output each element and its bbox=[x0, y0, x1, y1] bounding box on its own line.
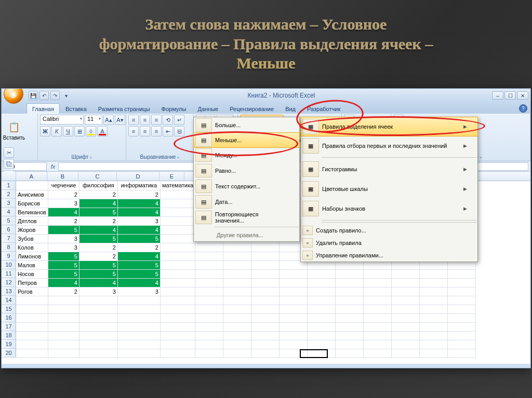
cell[interactable] bbox=[16, 313, 48, 322]
cell[interactable] bbox=[364, 287, 392, 296]
cell[interactable]: 4 bbox=[79, 278, 117, 287]
close-button[interactable]: ✕ bbox=[517, 91, 528, 100]
cell[interactable] bbox=[251, 340, 280, 349]
row-header[interactable]: 2 bbox=[2, 190, 16, 199]
cell[interactable] bbox=[160, 331, 195, 340]
cell[interactable] bbox=[160, 260, 195, 269]
cell[interactable] bbox=[251, 287, 280, 296]
cell[interactable] bbox=[336, 313, 364, 322]
cell[interactable] bbox=[117, 349, 160, 358]
cell[interactable] bbox=[48, 322, 79, 331]
cell[interactable] bbox=[392, 313, 420, 322]
col-header[interactable]: C bbox=[78, 172, 117, 181]
cell[interactable] bbox=[195, 322, 223, 331]
cell[interactable] bbox=[364, 305, 392, 313]
cell[interactable]: 3 bbox=[117, 287, 160, 296]
cell[interactable] bbox=[308, 287, 336, 296]
cell[interactable] bbox=[420, 269, 448, 278]
tab-Формулы[interactable]: Формулы bbox=[156, 103, 192, 114]
cell[interactable]: Носов bbox=[16, 269, 48, 278]
cell[interactable] bbox=[448, 296, 476, 305]
cell[interactable] bbox=[160, 208, 195, 216]
cell[interactable] bbox=[308, 296, 336, 305]
cell[interactable] bbox=[392, 340, 420, 349]
cell[interactable] bbox=[16, 322, 48, 331]
cell[interactable] bbox=[16, 340, 48, 349]
cell[interactable] bbox=[448, 269, 476, 278]
cell[interactable] bbox=[251, 322, 280, 331]
cell[interactable] bbox=[195, 313, 223, 322]
minimize-button[interactable]: – bbox=[492, 91, 503, 100]
cell[interactable] bbox=[223, 243, 251, 252]
grow-font-icon[interactable]: A▴ bbox=[103, 115, 114, 125]
cell[interactable] bbox=[364, 269, 392, 278]
cell[interactable]: 3 bbox=[48, 243, 79, 252]
cell[interactable] bbox=[280, 269, 308, 278]
cell[interactable] bbox=[195, 349, 223, 358]
align-left-icon[interactable]: ≡ bbox=[128, 126, 139, 136]
cell[interactable] bbox=[251, 260, 280, 269]
cell[interactable] bbox=[420, 305, 448, 313]
office-button[interactable]: ◉ bbox=[4, 88, 23, 104]
cell[interactable] bbox=[79, 340, 117, 349]
cell[interactable]: Зубов bbox=[16, 234, 48, 243]
cell[interactable] bbox=[364, 278, 392, 287]
col-header[interactable]: D bbox=[117, 172, 159, 181]
cell[interactable] bbox=[308, 349, 336, 358]
cell[interactable] bbox=[223, 313, 251, 322]
menu-item[interactable]: ▫Создать правило... bbox=[301, 224, 477, 237]
cell[interactable]: 2 bbox=[79, 216, 117, 225]
cell[interactable] bbox=[280, 296, 308, 305]
cell[interactable] bbox=[251, 269, 280, 278]
cell[interactable] bbox=[48, 305, 79, 313]
cell[interactable] bbox=[223, 269, 251, 278]
cell[interactable]: 4 bbox=[48, 208, 79, 216]
cell[interactable] bbox=[160, 225, 195, 234]
cell[interactable] bbox=[448, 287, 476, 296]
cell[interactable]: 2 bbox=[48, 287, 79, 296]
cell[interactable] bbox=[48, 296, 79, 305]
cell[interactable] bbox=[420, 349, 448, 358]
cell[interactable] bbox=[223, 260, 251, 269]
cell[interactable] bbox=[223, 322, 251, 331]
cell[interactable] bbox=[308, 278, 336, 287]
cell[interactable] bbox=[336, 269, 364, 278]
cell[interactable]: 4 bbox=[117, 225, 160, 234]
cell[interactable] bbox=[16, 305, 48, 313]
col-header[interactable]: B bbox=[47, 172, 78, 181]
row-header[interactable]: 13 bbox=[2, 287, 16, 296]
orientation-icon[interactable]: ⟲ bbox=[163, 115, 173, 125]
row-header[interactable]: 19 bbox=[2, 340, 16, 349]
border-icon[interactable]: ⊞ bbox=[74, 126, 85, 136]
tab-Вставка[interactable]: Вставка bbox=[60, 103, 92, 114]
submenu-item[interactable]: ▤Дата... bbox=[194, 194, 299, 210]
cell[interactable]: 5 bbox=[79, 208, 117, 216]
cell[interactable] bbox=[392, 296, 420, 305]
cell[interactable] bbox=[48, 313, 79, 322]
submenu-item[interactable]: ▤Меньше... bbox=[193, 132, 300, 148]
cell[interactable] bbox=[280, 322, 308, 331]
cell[interactable] bbox=[420, 340, 448, 349]
cell[interactable] bbox=[117, 296, 160, 305]
cell[interactable] bbox=[336, 305, 364, 313]
row-header[interactable]: 16 bbox=[2, 313, 16, 322]
cell[interactable] bbox=[79, 322, 117, 331]
cell[interactable]: 4 bbox=[117, 208, 160, 216]
cell[interactable]: 2 bbox=[48, 216, 79, 225]
cell[interactable] bbox=[160, 269, 195, 278]
cell[interactable]: черчение bbox=[48, 181, 79, 190]
align-top-icon[interactable]: ≡ bbox=[128, 115, 139, 125]
cell[interactable]: 4 bbox=[117, 278, 160, 287]
cell[interactable] bbox=[160, 305, 195, 313]
cell[interactable] bbox=[251, 349, 280, 358]
cell[interactable] bbox=[195, 305, 223, 313]
cell[interactable] bbox=[223, 278, 251, 287]
menu-item[interactable]: ▫Управление правилами... bbox=[301, 249, 477, 262]
cell[interactable] bbox=[251, 313, 280, 322]
cell[interactable]: Великанов bbox=[16, 208, 48, 216]
cell[interactable]: 2 bbox=[117, 190, 160, 199]
align-right-icon[interactable]: ≡ bbox=[151, 126, 162, 136]
align-middle-icon[interactable]: ≡ bbox=[140, 115, 150, 125]
cell[interactable] bbox=[251, 331, 280, 340]
cell[interactable] bbox=[79, 305, 117, 313]
